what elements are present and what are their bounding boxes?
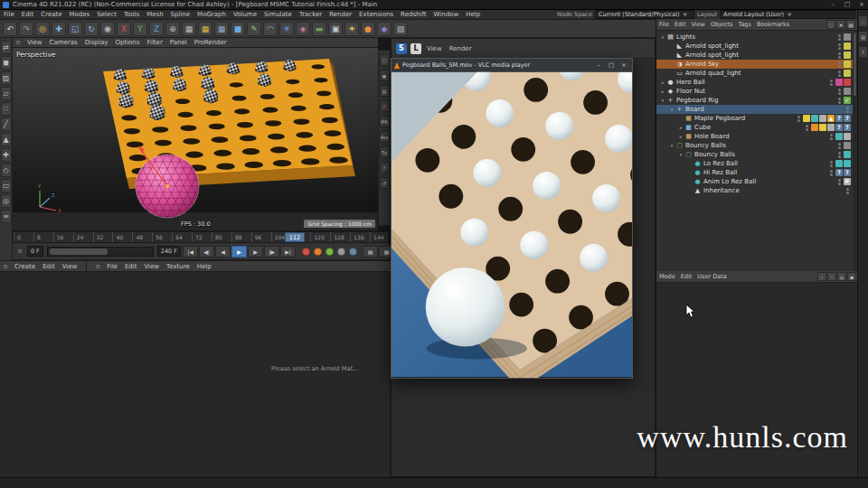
tag-icon[interactable] [811,115,818,122]
redo-icon[interactable]: ↷ [19,22,33,36]
menu-view[interactable]: View [140,263,163,270]
vlc-titlebar[interactable]: Pegboard Balls_SM.mov - VLC media player… [392,59,632,71]
tree-row-bouncy-balls[interactable]: ▾▢Bouncy Balls [656,141,858,150]
tag-icon[interactable] [819,124,826,131]
spline-icon[interactable]: ◠ [263,22,278,36]
autokey-button[interactable] [314,248,322,256]
menu-edit[interactable]: Edit [121,263,141,270]
menu-panel[interactable]: Panel [166,39,191,46]
expander-icon[interactable]: ▾ [659,98,666,103]
floor-icon[interactable]: ▬ [312,22,326,36]
visibility-dots[interactable] [837,97,841,105]
menu-volume[interactable]: Volume [230,11,260,18]
keyframe-selection-button[interactable] [337,248,345,256]
tag-icon[interactable]: ? [844,169,851,176]
menu-tools[interactable]: Tools [120,11,143,18]
render-picture-viewer-icon[interactable]: ▦ [198,22,212,36]
texture-mode-icon[interactable]: ▨ [1,71,12,85]
coord-system-icon[interactable]: ⊕ [165,22,180,36]
menu-help[interactable]: Help [462,11,484,18]
back-icon[interactable]: ‹ [817,272,826,281]
vlc-maximize-button[interactable]: □ [606,61,617,70]
range-thumb[interactable] [50,249,108,255]
live-selection-icon[interactable]: ◎ [35,22,50,36]
menu-help[interactable]: Help [193,263,215,270]
viewport-canvas[interactable]: XYZ Perspective FPS : 30.0 Grid Spacing … [13,48,378,230]
visibility-dots[interactable] [837,88,841,96]
menu-bookmarks[interactable]: Bookmarks [754,21,792,28]
tree-row-maple-pegboard[interactable]: ▦Maple Pegboard▲?? [656,114,858,123]
menu-file[interactable]: File [103,263,121,270]
visibility-dots[interactable] [829,79,833,87]
menu-texture[interactable]: Texture [163,263,193,270]
search-icon[interactable]: ◌ [858,15,868,27]
minimize-button[interactable]: – [826,1,839,9]
tree-row-hi-rez-ball[interactable]: ●Hi Rez Ball?? [656,168,858,177]
menu-render[interactable]: Render [326,11,355,18]
ass-export-icon[interactable]: Ass [380,131,390,143]
expander-icon[interactable]: ▾ [677,152,684,157]
snapshot-icon[interactable]: ◉ [380,70,390,81]
record-params-button[interactable] [349,248,357,256]
expander-icon[interactable]: ▸ [659,80,666,85]
aov-icon[interactable]: ▤ [380,85,390,97]
scrollbar-thumb[interactable] [854,33,856,96]
scale-icon[interactable]: ◱ [68,22,82,36]
home-icon[interactable]: ⌂ [837,272,846,281]
expander-icon[interactable]: ▸ [677,134,684,139]
tree-row-arnold-sky[interactable]: ◑Arnold Sky [656,60,858,69]
tag-icon[interactable]: ? [844,115,851,122]
tree-row-board[interactable]: ▾+Board [656,105,858,114]
z-axis-icon[interactable]: Z [149,22,164,36]
tag-icon[interactable]: P [844,178,851,185]
tree-row-arnold-quad-light[interactable]: ▭Arnold quad_light [656,69,858,78]
vlc-close-button[interactable]: × [618,61,629,70]
snap-toggle-icon[interactable]: ◇ [1,164,12,177]
solo-mode-icon[interactable]: ◎ [1,194,12,208]
camera-icon[interactable]: ▣ [328,22,343,36]
search-icon[interactable]: ◌ [826,20,835,29]
layout-dropdown[interactable]: Arnold Layout (User)▼ [720,10,855,19]
close-button[interactable]: × [855,1,868,9]
menu-mode[interactable]: Mode [656,273,678,280]
next-frame-button[interactable]: ▶ [248,246,263,258]
record-objects-button[interactable] [326,248,334,256]
menu-cameras[interactable]: Cameras [46,39,81,46]
menu-edit[interactable]: Edit [672,21,689,28]
tag-icon[interactable]: ? [835,169,843,176]
menu-edit[interactable]: Edit [18,11,38,18]
menu-edit[interactable]: Edit [39,263,59,270]
preview-range-slider[interactable] [47,247,154,257]
timeline-ruler[interactable]: 0816243240485664728088961041121201281361… [13,231,389,243]
points-mode-icon[interactable]: ∷ [1,102,12,116]
render-view-icon[interactable]: ▦ [182,22,196,36]
model-mode-icon[interactable]: ◼ [1,56,12,70]
visibility-dots[interactable] [837,61,841,69]
visibility-dots[interactable] [837,42,841,51]
menu-objects[interactable]: Objects [708,21,736,28]
tree-row-bouncy-balls-2[interactable]: ▾▢Bouncy Balls [656,150,858,159]
expander-icon[interactable]: ▸ [677,125,684,130]
tag-icon[interactable] [835,79,843,86]
node-space-dropdown[interactable]: Current (Standard/Physical)▼ [595,10,694,19]
menu-select[interactable]: Select [93,11,120,18]
tag-icon[interactable] [835,160,843,167]
camera-label[interactable]: Perspective [16,51,55,59]
help-icon[interactable]: ? [858,46,868,58]
vlc-minimize-button[interactable]: – [593,61,604,70]
maximize-button[interactable]: □ [841,1,854,9]
tree-row-lo-rez-ball[interactable]: ●Lo Rez Ball [656,159,858,168]
prev-frame-button[interactable]: ◀ [215,246,231,258]
tag-icon[interactable] [803,115,810,122]
lock-icon[interactable]: ▪ [847,272,856,281]
tree-row-hero-ball[interactable]: ▸●Hero Ball [656,78,858,87]
menu-simulate[interactable]: Simulate [260,11,296,18]
tree-row-cube[interactable]: ▸■Cube?? [656,123,858,132]
field-icon[interactable]: ◈ [296,22,310,36]
visibility-dots[interactable] [829,133,833,141]
menu-window[interactable]: Window [430,11,463,18]
vlc-video-frame[interactable] [392,71,632,378]
playhead[interactable]: 112 [285,232,305,242]
visibility-dots[interactable] [837,33,841,42]
menu-spline[interactable]: Spline [167,11,194,18]
